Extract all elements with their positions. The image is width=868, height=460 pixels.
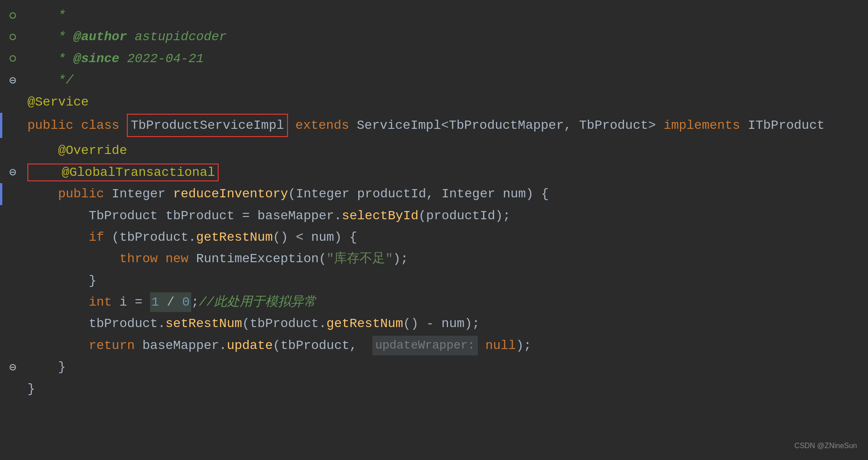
code-semicolon-15: ;	[191, 292, 199, 312]
code-text-1: *	[27, 5, 66, 25]
gutter-1	[0, 12, 25, 19]
code-setrestnum-args: (tbProduct.	[242, 314, 326, 333]
code-setrestnum-end: () - num);	[403, 314, 480, 333]
code-int-kw: int	[27, 292, 120, 312]
code-line-6: public class TbProductServiceImpl extend…	[0, 113, 868, 138]
code-integer-type: Integer	[112, 184, 173, 204]
code-implements: implements	[664, 116, 740, 135]
code-param-type-2: Integer	[441, 184, 495, 204]
class-name-highlight: TbProductServiceImpl	[127, 114, 288, 137]
code-line-18: }	[0, 356, 868, 378]
watermark-text: CSDN @ZNineSun	[795, 440, 857, 452]
fold-icon-4[interactable]	[10, 77, 16, 84]
code-extends: extends	[295, 116, 349, 135]
code-line-19: }	[0, 378, 868, 400]
breakpoint-icon-3[interactable]	[10, 55, 16, 62]
code-comment-15: //此处用于模拟异常	[199, 292, 317, 312]
code-null-kw: null	[485, 336, 516, 355]
code-setrestnum: setRestNum	[165, 314, 242, 333]
code-if-kw: if	[27, 227, 112, 247]
code-tbproduct-var: tbProduct =	[165, 206, 257, 226]
code-line-12: if (tbProduct.getRestNum() < num) {	[0, 227, 868, 248]
code-params: (	[288, 184, 296, 204]
code-itbproduct: ITbProduct	[740, 116, 825, 135]
code-return-kw: return	[27, 336, 142, 355]
code-public-kw-10: public	[27, 184, 112, 204]
code-getrestnum: getRestNum	[196, 227, 273, 247]
code-null-val	[478, 336, 486, 355]
code-line-10: public Integer reduceInventory(Integer p…	[0, 183, 868, 205]
code-editor: * * @author astupidcoder * @since 2022-0…	[0, 0, 868, 404]
code-annotation-service: @Service	[27, 92, 89, 112]
param-hint-updatewrapper: updateWrapper:	[372, 336, 477, 355]
code-closing-brace-19: }	[27, 379, 35, 399]
code-tbproduct-type: TbProduct	[27, 206, 165, 226]
gutter-2	[0, 34, 25, 40]
code-class-keyword: class	[81, 116, 127, 135]
fold-icon-18[interactable]	[10, 364, 16, 370]
code-tag-author: @author	[73, 27, 127, 47]
code-closing-brace-18: }	[27, 357, 66, 377]
gutter-4	[0, 77, 25, 84]
code-class-name: TbProductServiceImpl	[131, 118, 284, 132]
code-update-method: update	[227, 336, 273, 355]
code-line-17: return baseMapper.update(tbProduct, upda…	[0, 335, 868, 356]
code-closing-brace-14: }	[27, 271, 96, 291]
code-since-value: 2022-04-21	[120, 49, 204, 69]
code-if-cond: (tbProduct.	[112, 227, 196, 247]
code-space-1	[288, 116, 296, 135]
code-line-2: * @author astupidcoder	[0, 26, 868, 48]
code-new-kw: new	[165, 249, 196, 269]
breakpoint-icon-1[interactable]	[10, 12, 16, 19]
code-basemapper-update: baseMapper.	[142, 336, 227, 355]
code-line-15: int i = 1 / 0;//此处用于模拟异常	[0, 291, 868, 313]
code-selectbyid: selectById	[342, 206, 418, 226]
code-num-highlight: 1 / 0	[150, 292, 191, 312]
code-throw-lparen: (	[319, 249, 327, 269]
code-close-comment: */	[27, 70, 73, 90]
code-text-3: *	[27, 49, 73, 69]
gutter-9	[0, 169, 25, 175]
code-author-name: astupidcoder	[127, 27, 226, 47]
code-method-name: reduceInventory	[173, 184, 288, 204]
code-public-keyword: public	[27, 116, 81, 135]
code-line-8: @Override	[0, 140, 868, 161]
code-line-5: @Service	[0, 91, 868, 113]
code-line-4: */	[0, 69, 868, 91]
code-param-2: num) {	[495, 184, 549, 204]
code-if-lt: () < num) {	[273, 227, 357, 247]
code-line-11: TbProduct tbProduct = baseMapper.selectB…	[0, 205, 868, 227]
code-throw-rparen: );	[393, 249, 408, 269]
code-text-2: *	[27, 27, 73, 47]
code-line-14: }	[0, 270, 868, 291]
code-selectbyid-param: (productId);	[418, 206, 511, 226]
code-update-args: (tbProduct,	[273, 336, 372, 355]
code-throw-kw: throw	[27, 249, 165, 269]
gutter-3	[0, 55, 25, 62]
code-line-16: tbProduct.setRestNum(tbProduct.getRestNu…	[0, 313, 868, 334]
code-int-i: i =	[120, 292, 150, 312]
code-line-3: * @since 2022-04-21	[0, 48, 868, 69]
code-annotation-override: @Override	[27, 141, 127, 160]
breakpoint-icon-2[interactable]	[10, 34, 16, 40]
code-setrestnum-call: tbProduct.	[27, 314, 165, 333]
code-annotation-global: @GlobalTransactional	[27, 163, 219, 182]
gutter-18	[0, 364, 25, 370]
code-param-type-1: Integer	[296, 184, 350, 204]
code-tag-since: @since	[73, 49, 120, 69]
code-space-2: ServiceImpl<TbProductMapper, TbProduct>	[349, 116, 664, 135]
code-line-1: *	[0, 5, 868, 26]
fold-icon-9[interactable]	[10, 169, 16, 175]
code-return-end: );	[516, 336, 532, 355]
code-throw-message: "库存不足"	[326, 249, 393, 269]
code-line-9: @GlobalTransactional	[0, 162, 868, 183]
code-runtime-exception: RuntimeException	[196, 249, 319, 269]
code-basemapper: baseMapper.	[257, 206, 342, 226]
code-getrestnum-2: getRestNum	[326, 314, 403, 333]
code-line-13: throw new RuntimeException("库存不足");	[0, 248, 868, 270]
left-accent-bar	[0, 113, 2, 138]
code-param-1: productId,	[350, 184, 442, 204]
left-accent-bar-10	[0, 183, 2, 205]
